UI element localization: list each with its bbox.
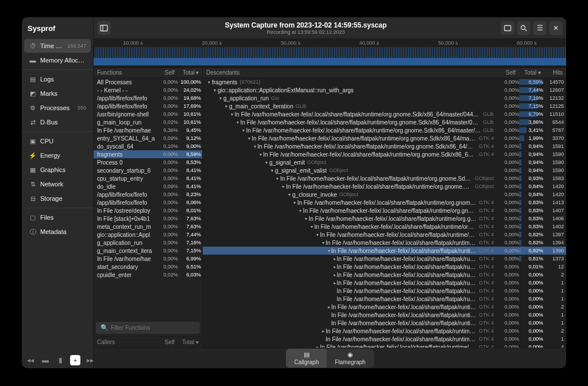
- view-tab-callgraph[interactable]: ▤Callgraph: [286, 349, 327, 368]
- descendant-row[interactable]: ▾In File /var/home/haecker-felix/.local/…: [203, 215, 566, 223]
- sidebar-item-energy[interactable]: ⚡Energy: [24, 149, 91, 162]
- expand-icon[interactable]: ▾: [246, 136, 252, 141]
- descendant-row[interactable]: ▸In File /var/home/haecker-felix/.local/…: [203, 327, 566, 335]
- prev-tab-button[interactable]: ◂◂: [25, 355, 36, 365]
- function-row[interactable]: /app/lib/firefox/firefo0,00%8,06%: [94, 198, 202, 206]
- function-row[interactable]: /usr/bin/gnome-shell0,00%10,61%: [94, 110, 202, 118]
- expand-icon[interactable]: ▸: [321, 329, 326, 334]
- expand-icon[interactable]: ▾: [206, 80, 212, 85]
- expand-icon[interactable]: ▾: [275, 176, 280, 181]
- col-functions[interactable]: Functions: [97, 69, 153, 76]
- descendant-row[interactable]: ▾g_signal_emit_valistGObject0,00%0,94%15…: [203, 166, 566, 174]
- sidebar-item-cpu[interactable]: ▣CPU: [24, 134, 91, 148]
- expand-icon[interactable]: ▸: [332, 280, 336, 286]
- function-row[interactable]: In File /var/home/hae0,00%6,99%: [94, 255, 202, 263]
- function-row[interactable]: cpuidle_enter0,02%6,03%: [94, 271, 202, 279]
- function-row[interactable]: cpu_startup_entry0,00%8,41%: [94, 174, 202, 182]
- expand-icon[interactable]: ▾: [223, 104, 229, 109]
- function-row[interactable]: Process 00,00%8,53%: [94, 158, 202, 166]
- function-row[interactable]: meta_context_run_m0,00%7,63%: [94, 223, 202, 231]
- expand-icon[interactable]: ▾: [235, 120, 241, 125]
- descendant-row[interactable]: ▾g_closure_invokeGObject0,00%0,84%1420: [203, 190, 566, 198]
- descendant-row[interactable]: In File /var/home/haecker-felix/.local/s…: [203, 335, 566, 343]
- function-row[interactable]: start_secondary0,00%6,51%: [94, 263, 202, 271]
- function-row[interactable]: In File /ostree/deploy0,00%8,01%: [94, 206, 202, 215]
- add-tab-button[interactable]: ＋: [70, 355, 80, 365]
- descendant-row[interactable]: In File /var/home/haecker-felix/.local/s…: [203, 295, 566, 303]
- col-self-d[interactable]: Self: [493, 69, 516, 76]
- function-row[interactable]: /app/lib/firefox/firefo0,00%17,69%: [94, 102, 202, 110]
- sidebar-item-marks[interactable]: ◩Marks: [24, 87, 91, 100]
- expand-icon[interactable]: ▾: [281, 184, 286, 189]
- search-button[interactable]: [517, 21, 531, 35]
- col-total-d[interactable]: Total ▾: [516, 69, 541, 76]
- descendant-row[interactable]: In File /var/home/haecker-felix/.local/s…: [203, 319, 566, 327]
- descendant-row[interactable]: ▸In File /var/home/haecker-felix/.local/…: [203, 271, 566, 279]
- descendant-row[interactable]: ▾In File /var/home/haecker-felix/.local/…: [203, 150, 566, 158]
- expand-icon[interactable]: ▸: [332, 272, 336, 278]
- menu-button[interactable]: ☰: [533, 21, 547, 35]
- col-self[interactable]: Self: [153, 69, 175, 76]
- expand-icon[interactable]: ▾: [269, 168, 275, 173]
- expand-icon[interactable]: ▸: [332, 256, 336, 262]
- descendant-row[interactable]: ▾gio::application::ApplicationExtManual:…: [203, 86, 566, 94]
- expand-icon[interactable]: ▾: [304, 216, 308, 221]
- expand-icon[interactable]: ▾: [218, 96, 223, 101]
- descendant-row[interactable]: ▸In File /var/home/haecker-felix/.local/…: [203, 255, 566, 263]
- descendant-row[interactable]: ▾g_signal_emitGObject0,00%0,94%1590: [203, 158, 566, 166]
- screenshot-button[interactable]: [501, 21, 514, 35]
- expand-icon[interactable]: ▸: [332, 264, 336, 270]
- expand-icon[interactable]: ▾: [321, 240, 326, 245]
- descendants-tree[interactable]: ▾fragments(970621)0,00%8,59%14570▾gio::a…: [203, 78, 566, 348]
- expand-icon[interactable]: ▾: [212, 88, 218, 93]
- function-row[interactable]: In File [stack]+0x4b10,00%7,63%: [94, 215, 202, 223]
- descendant-row[interactable]: ▾g_main_context_iterationGLib0,00%7,15%1…: [203, 102, 566, 110]
- descendant-row[interactable]: ▾In File /var/home/haecker-felix/.local/…: [203, 142, 566, 150]
- descendant-row[interactable]: ▾In File /var/home/haecker-felix/.local/…: [203, 126, 566, 134]
- descendant-row[interactable]: ▾In File /var/home/haecker-felix/.local/…: [203, 247, 566, 255]
- descendant-row[interactable]: In File /var/home/haecker-felix/.local/s…: [203, 287, 566, 295]
- function-row[interactable]: gio::application::Appl0,00%7,44%: [94, 231, 202, 239]
- next-tab-button[interactable]: ▸▸: [85, 355, 95, 365]
- descendant-row[interactable]: ▾In File /var/home/haecker-felix/.local/…: [203, 231, 566, 239]
- descendant-row[interactable]: ▾In File /var/home/haecker-felix/.local/…: [203, 206, 566, 215]
- tab-indicator[interactable]: ▮: [55, 355, 65, 365]
- descendant-row[interactable]: ▾In File /var/home/haecker-felix/.local/…: [203, 174, 566, 182]
- remove-tab-button[interactable]: ▬: [40, 355, 51, 365]
- function-row[interactable]: g_main_context_itera0,00%7,15%: [94, 247, 202, 255]
- expand-icon[interactable]: ▾: [229, 112, 235, 117]
- expand-icon[interactable]: ▾: [264, 160, 269, 165]
- function-row[interactable]: In File /var/home/hae9,36%9,45%: [94, 126, 202, 134]
- expand-icon[interactable]: ▾: [292, 200, 297, 205]
- sidebar-item-d-bus[interactable]: ⇄D-Bus: [24, 115, 91, 129]
- function-row[interactable]: entry_SYSCALL_64_a0,09%9,12%: [94, 134, 202, 142]
- descendant-row[interactable]: ▾In File /var/home/haecker-felix/.local/…: [203, 110, 566, 118]
- sidebar-item-network[interactable]: ⇅Network: [24, 177, 91, 191]
- descendants-headers[interactable]: Descendants Self Total ▾ Hits: [203, 68, 566, 78]
- sidebar-toggle-button[interactable]: [97, 21, 111, 35]
- function-row[interactable]: secondary_startup_60,00%8,41%: [94, 166, 202, 174]
- timeline[interactable]: 10,000 s20,000 s30,000 s40,000 s50,000 s…: [94, 39, 566, 68]
- view-tab-flamegraph[interactable]: ◉Flamegraph: [327, 349, 373, 368]
- close-button[interactable]: ✕: [549, 21, 563, 35]
- col-hits[interactable]: Hits: [541, 69, 563, 76]
- descendant-row[interactable]: ▾In File /var/home/haecker-felix/.local/…: [203, 134, 566, 142]
- function-row[interactable]: fragments0,00%8,59%: [94, 150, 202, 158]
- function-row[interactable]: /app/lib/firefox/firefo0,00%8,23%: [94, 190, 202, 198]
- function-row[interactable]: /app/lib/firefox/firefo0,00%19,68%: [94, 94, 202, 102]
- function-row[interactable]: g_application_run0,00%7,16%: [94, 239, 202, 247]
- col-total[interactable]: Total▾: [175, 69, 199, 76]
- callers-header[interactable]: Callers Self Total ▾: [94, 336, 202, 348]
- function-row[interactable]: g_main_loop_run0,02%10,61%: [94, 118, 202, 126]
- sidebar-item-memory-allocations[interactable]: ▬Memory Allocations: [24, 53, 91, 67]
- descendant-row[interactable]: ▾g_application_runGio0,00%7,16%12132: [203, 94, 566, 102]
- expand-icon[interactable]: ▾: [298, 208, 303, 213]
- expand-icon[interactable]: ▾: [252, 144, 257, 149]
- descendant-row[interactable]: ▸In File /var/home/haecker-felix/.local/…: [203, 263, 566, 271]
- sidebar-item-files[interactable]: ▢Files: [24, 210, 91, 224]
- sidebar-item-logs[interactable]: ▤Logs: [24, 72, 91, 86]
- filter-functions[interactable]: 🔍: [96, 322, 200, 334]
- view-switcher[interactable]: ▤Callgraph◉Flamegraph: [286, 349, 373, 368]
- expand-icon[interactable]: ▾: [258, 152, 263, 157]
- function-row[interactable]: do_idle0,09%8,41%: [94, 182, 202, 190]
